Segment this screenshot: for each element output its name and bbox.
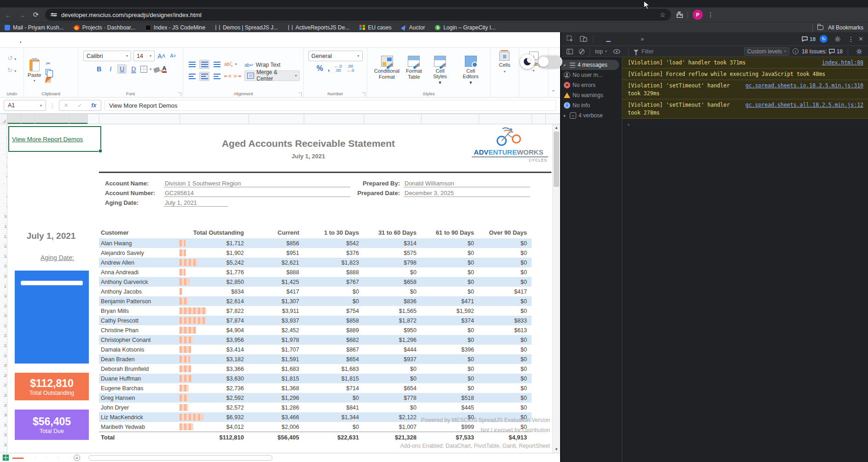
days-31-60-cell[interactable]: $798 <box>364 260 421 266</box>
decrease-decimal-icon[interactable]: .00→.0 <box>347 64 354 73</box>
console-filter-item[interactable]: ▸ No user m... <box>561 70 622 80</box>
days-1-30-cell[interactable]: $714 <box>304 385 364 392</box>
more-tabs-icon[interactable]: » <box>638 35 646 42</box>
copy-icon[interactable] <box>46 69 51 75</box>
table-row[interactable]: Eugene Barchas $2,736 $1,368 $714 $654 $… <box>99 383 532 393</box>
customer-cell[interactable]: Christopher Conant <box>99 337 179 343</box>
outstanding-cell[interactable]: $834 <box>179 288 249 295</box>
customer-cell[interactable]: Eugene Barchas <box>99 385 179 392</box>
days-1-30-cell[interactable]: $1,683 <box>304 366 364 372</box>
current-cell[interactable]: $1,707 <box>249 346 304 353</box>
current-cell[interactable]: $888 <box>249 269 304 276</box>
days-61-90-cell[interactable]: $0 <box>421 356 479 363</box>
insert-function-icon[interactable]: fx <box>91 102 96 109</box>
outstanding-cell[interactable]: $2,572 <box>179 404 249 411</box>
bookmark-item[interactable]: Mail - Priyam Kush... <box>5 24 64 31</box>
ribbon-tab[interactable] <box>87 37 98 43</box>
inspect-element-icon[interactable] <box>564 35 576 42</box>
scrollbar-thumb[interactable] <box>554 132 559 187</box>
devtools-settings-icon[interactable] <box>832 36 844 42</box>
context-selector[interactable]: top▾ <box>595 48 607 55</box>
customer-cell[interactable]: Damala Kotsonis <box>99 346 179 353</box>
table-row[interactable]: Duane Huffman $3,630 $1,815 $1,815 $0 $0… <box>99 374 532 383</box>
alignment-dialog-launcher-icon[interactable] <box>298 92 302 96</box>
site-settings-icon[interactable] <box>51 12 57 17</box>
outstanding-cell[interactable]: $2,614 <box>179 298 249 305</box>
over-90-cell[interactable]: $0 <box>479 404 532 411</box>
days-1-30-cell[interactable]: $0 <box>304 289 364 295</box>
customer-cell[interactable]: Alejandro Savely <box>99 250 179 256</box>
over-90-cell[interactable]: $0 <box>479 385 532 392</box>
outstanding-cell[interactable]: $1,712 <box>179 240 249 247</box>
back-icon[interactable]: ← <box>4 11 13 19</box>
days-31-60-cell[interactable]: $0 <box>364 404 421 411</box>
confirm-entry-icon[interactable]: ✓ <box>78 102 82 109</box>
source-link[interactable]: gc.spread.sheets.all.18.2.5.min.js:12 <box>746 102 863 108</box>
current-cell[interactable]: $1,591 <box>249 356 304 363</box>
ribbon-tab[interactable] <box>15 37 27 43</box>
outstanding-cell[interactable]: $4,904 <box>179 327 249 334</box>
devtools-tab[interactable] <box>621 36 629 42</box>
sheet-tab[interactable] <box>47 457 58 459</box>
date-option[interactable] <box>21 349 82 353</box>
bookmark-item[interactable]: EU cases <box>359 24 391 31</box>
decrease-indent-icon[interactable]: ⇤≡ <box>224 73 231 79</box>
console-filter-item[interactable]: ▸ v 4 verbose <box>561 110 622 121</box>
customer-cell[interactable]: Bryan Mills <box>99 308 179 314</box>
add-sheet-icon[interactable]: + <box>74 455 80 461</box>
bookmark-item[interactable]: Projects · Dashboar... <box>74 24 135 31</box>
ribbon-tab[interactable] <box>63 37 75 43</box>
days-31-60-cell[interactable]: $0 <box>364 366 421 372</box>
over-90-cell[interactable]: $417 <box>479 289 532 295</box>
current-cell[interactable]: $417 <box>249 289 304 295</box>
field-value[interactable]: July 1, 2021 <box>164 199 228 207</box>
devtools-tab[interactable] <box>596 36 604 42</box>
sheet-grid[interactable]: 1234567891011121314151617181920212223242… <box>0 124 560 453</box>
outstanding-cell[interactable]: $3,414 <box>179 346 249 353</box>
ribbon-tab[interactable] <box>3 37 15 43</box>
info-icon[interactable]: i <box>793 48 799 54</box>
days-31-60-cell[interactable]: $0 <box>364 289 421 295</box>
outstanding-cell[interactable]: $1,776 <box>179 269 249 276</box>
customer-cell[interactable]: Dean Braden <box>99 356 179 363</box>
outstanding-cell[interactable]: $6,932 <box>179 414 249 421</box>
format-painter-icon[interactable] <box>45 77 52 83</box>
customer-cell[interactable]: Maribeth Yedwab <box>99 424 179 430</box>
days-61-90-cell[interactable]: $0 <box>421 385 479 392</box>
style-button[interactable]: Format Table <box>403 55 425 86</box>
increase-decimal-icon[interactable]: ←.0.00 <box>334 64 342 73</box>
bookmark-star-icon[interactable]: ☆ <box>660 11 665 18</box>
source-link[interactable]: index.html:88 <box>822 59 863 66</box>
bookmark-item[interactable]: ActiveReportsJS De... <box>288 24 349 31</box>
table-row[interactable]: Anthony Garverick $2,850 $1,425 $767 $65… <box>99 277 532 287</box>
bookmark-item[interactable]: b Login – GrapeCity I... <box>435 24 495 31</box>
field-value[interactable]: Division 1 Southwest Region <box>164 180 350 187</box>
cut-icon[interactable]: ✂ <box>46 60 51 67</box>
align-top-icon[interactable] <box>187 60 197 69</box>
over-90-cell[interactable]: $0 <box>479 337 532 343</box>
console-prompt-icon[interactable]: › <box>622 119 868 131</box>
increase-indent-icon[interactable]: ≡⇥ <box>234 73 241 79</box>
orientation-icon[interactable]: ab⤹ <box>224 61 233 67</box>
days-61-90-cell[interactable]: $0 <box>421 269 479 276</box>
outstanding-cell[interactable]: $2,592 <box>179 394 249 401</box>
outstanding-cell[interactable]: $7,874 <box>179 317 249 324</box>
sync-extension-icon[interactable]: ↻ <box>820 35 827 43</box>
current-cell[interactable]: $1,815 <box>249 375 304 382</box>
days-1-30-cell[interactable]: $0 <box>304 395 364 401</box>
bold-button[interactable]: B <box>94 64 104 74</box>
date-option[interactable] <box>21 315 82 319</box>
column-header[interactable] <box>99 114 180 124</box>
days-61-90-cell[interactable]: $0 <box>421 240 479 247</box>
horizontal-scrollbar[interactable] <box>88 455 272 461</box>
ribbon-tab[interactable] <box>39 37 51 43</box>
days-31-60-cell[interactable]: $937 <box>364 356 421 363</box>
table-row[interactable]: Deborah Brumfield $3,366 $1,683 $1,683 $… <box>99 364 532 374</box>
formula-input[interactable]: View More Report Demos <box>104 100 556 111</box>
outstanding-cell[interactable]: $3,366 <box>179 365 249 372</box>
column-header[interactable] <box>479 114 532 124</box>
current-cell[interactable]: $1,425 <box>249 279 304 285</box>
browser-menu-icon[interactable]: ⋮ <box>707 11 714 18</box>
outstanding-cell[interactable]: $2,736 <box>179 385 249 392</box>
days-1-30-cell[interactable]: $654 <box>304 356 364 363</box>
